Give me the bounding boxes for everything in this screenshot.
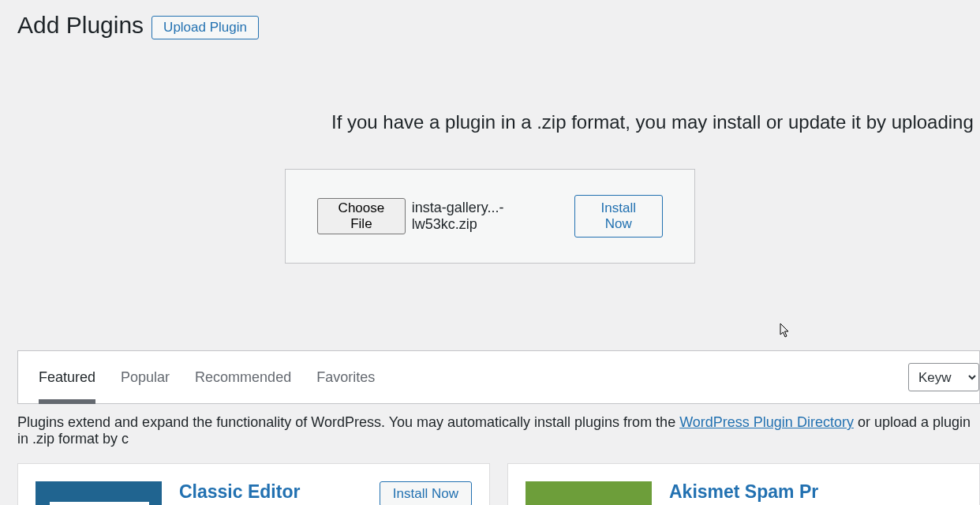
- tab-recommended[interactable]: Recommended: [195, 351, 291, 403]
- page-title: Add Plugins: [17, 9, 144, 40]
- plugin-card-body: Akismet Spam Pr The best anti-spam prote: [669, 481, 962, 505]
- tab-favorites[interactable]: Favorites: [316, 351, 375, 403]
- install-now-button[interactable]: Install Now: [380, 481, 472, 505]
- akismet-icon: A: [526, 481, 652, 505]
- upload-form: Choose File insta-gallery...-lw53kc.zip …: [285, 169, 695, 264]
- mouse-cursor-icon: [780, 324, 791, 338]
- file-input-wrap: Choose File insta-gallery...-lw53kc.zip: [317, 198, 568, 234]
- upload-plugin-button[interactable]: Upload Plugin: [151, 16, 259, 39]
- install-now-button[interactable]: Install Now: [574, 195, 663, 238]
- plugin-directory-link[interactable]: WordPress Plugin Directory: [679, 414, 854, 430]
- classic-editor-icon: [36, 481, 162, 505]
- plugin-card-classic-editor: Classic Editor Enables the previous "cla…: [17, 463, 490, 505]
- plugin-card-body: Classic Editor Enables the previous "cla…: [179, 481, 362, 505]
- upload-instructions: If you have a plugin in a .zip format, y…: [0, 111, 980, 133]
- plugins-intro: Plugins extend and expand the functional…: [0, 404, 980, 447]
- selected-file-name: insta-gallery...-lw53kc.zip: [412, 200, 568, 233]
- filter-tabs: Featured Popular Recommended Favorites: [39, 351, 375, 403]
- page-header: Add Plugins Upload Plugin: [0, 0, 980, 40]
- filter-tabs-bar: Featured Popular Recommended Favorites K…: [17, 350, 980, 404]
- plugin-card-actions: Install Now More Details: [380, 481, 472, 505]
- tab-popular[interactable]: Popular: [121, 351, 170, 403]
- tab-featured[interactable]: Featured: [39, 351, 95, 403]
- plugin-card-akismet: A Akismet Spam Pr The best anti-spam pro…: [507, 463, 980, 505]
- intro-prefix: Plugins extend and expand the functional…: [17, 414, 679, 430]
- search-type-select[interactable]: Keyw: [908, 363, 979, 391]
- plugin-cards: Classic Editor Enables the previous "cla…: [0, 447, 980, 505]
- plugin-title-link[interactable]: Classic Editor: [179, 481, 362, 503]
- choose-file-button[interactable]: Choose File: [317, 198, 406, 234]
- plugin-title-link[interactable]: Akismet Spam Pr: [669, 481, 962, 503]
